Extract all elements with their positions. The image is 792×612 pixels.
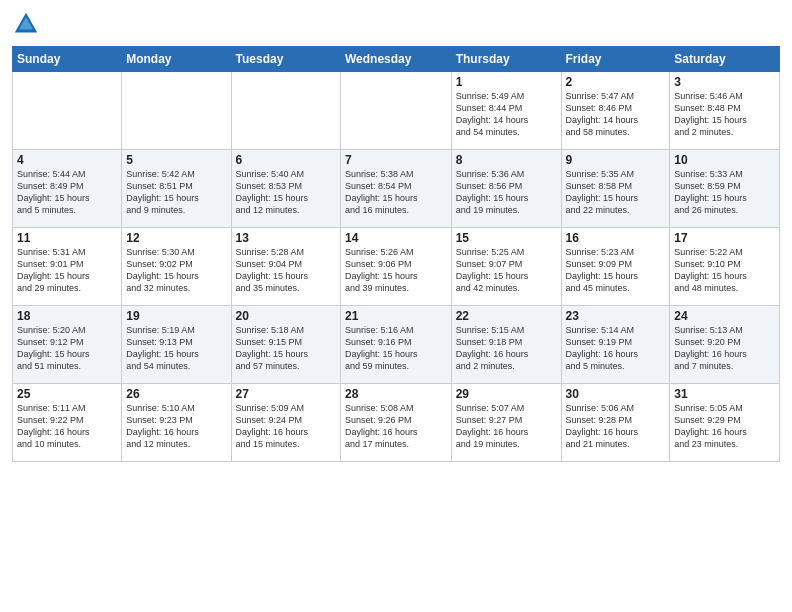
day-info: Sunrise: 5:49 AM Sunset: 8:44 PM Dayligh… [456, 90, 557, 139]
calendar-cell: 9Sunrise: 5:35 AM Sunset: 8:58 PM Daylig… [561, 150, 670, 228]
day-info: Sunrise: 5:08 AM Sunset: 9:26 PM Dayligh… [345, 402, 447, 451]
calendar-cell: 29Sunrise: 5:07 AM Sunset: 9:27 PM Dayli… [451, 384, 561, 462]
logo [12, 10, 44, 38]
day-info: Sunrise: 5:33 AM Sunset: 8:59 PM Dayligh… [674, 168, 775, 217]
day-number: 22 [456, 309, 557, 323]
calendar-week-row: 18Sunrise: 5:20 AM Sunset: 9:12 PM Dayli… [13, 306, 780, 384]
day-number: 23 [566, 309, 666, 323]
calendar-cell: 6Sunrise: 5:40 AM Sunset: 8:53 PM Daylig… [231, 150, 340, 228]
calendar-cell: 11Sunrise: 5:31 AM Sunset: 9:01 PM Dayli… [13, 228, 122, 306]
calendar-cell: 2Sunrise: 5:47 AM Sunset: 8:46 PM Daylig… [561, 72, 670, 150]
day-info: Sunrise: 5:20 AM Sunset: 9:12 PM Dayligh… [17, 324, 117, 373]
calendar-week-row: 25Sunrise: 5:11 AM Sunset: 9:22 PM Dayli… [13, 384, 780, 462]
header [12, 10, 780, 38]
day-info: Sunrise: 5:14 AM Sunset: 9:19 PM Dayligh… [566, 324, 666, 373]
calendar-cell: 13Sunrise: 5:28 AM Sunset: 9:04 PM Dayli… [231, 228, 340, 306]
calendar-cell [13, 72, 122, 150]
day-number: 21 [345, 309, 447, 323]
calendar-cell: 24Sunrise: 5:13 AM Sunset: 9:20 PM Dayli… [670, 306, 780, 384]
day-info: Sunrise: 5:40 AM Sunset: 8:53 PM Dayligh… [236, 168, 336, 217]
calendar-cell [122, 72, 231, 150]
calendar-cell: 27Sunrise: 5:09 AM Sunset: 9:24 PM Dayli… [231, 384, 340, 462]
day-number: 1 [456, 75, 557, 89]
calendar-week-row: 4Sunrise: 5:44 AM Sunset: 8:49 PM Daylig… [13, 150, 780, 228]
day-number: 24 [674, 309, 775, 323]
day-number: 25 [17, 387, 117, 401]
day-number: 6 [236, 153, 336, 167]
day-info: Sunrise: 5:30 AM Sunset: 9:02 PM Dayligh… [126, 246, 226, 295]
calendar-cell: 18Sunrise: 5:20 AM Sunset: 9:12 PM Dayli… [13, 306, 122, 384]
day-info: Sunrise: 5:16 AM Sunset: 9:16 PM Dayligh… [345, 324, 447, 373]
day-info: Sunrise: 5:31 AM Sunset: 9:01 PM Dayligh… [17, 246, 117, 295]
calendar-cell: 12Sunrise: 5:30 AM Sunset: 9:02 PM Dayli… [122, 228, 231, 306]
calendar-cell: 30Sunrise: 5:06 AM Sunset: 9:28 PM Dayli… [561, 384, 670, 462]
day-number: 7 [345, 153, 447, 167]
day-number: 29 [456, 387, 557, 401]
calendar-cell [341, 72, 452, 150]
day-info: Sunrise: 5:25 AM Sunset: 9:07 PM Dayligh… [456, 246, 557, 295]
day-info: Sunrise: 5:23 AM Sunset: 9:09 PM Dayligh… [566, 246, 666, 295]
weekday-header: Thursday [451, 47, 561, 72]
calendar-cell: 31Sunrise: 5:05 AM Sunset: 9:29 PM Dayli… [670, 384, 780, 462]
day-number: 17 [674, 231, 775, 245]
day-info: Sunrise: 5:46 AM Sunset: 8:48 PM Dayligh… [674, 90, 775, 139]
day-info: Sunrise: 5:42 AM Sunset: 8:51 PM Dayligh… [126, 168, 226, 217]
calendar-week-row: 1Sunrise: 5:49 AM Sunset: 8:44 PM Daylig… [13, 72, 780, 150]
weekday-header: Friday [561, 47, 670, 72]
day-number: 19 [126, 309, 226, 323]
calendar-cell: 28Sunrise: 5:08 AM Sunset: 9:26 PM Dayli… [341, 384, 452, 462]
day-info: Sunrise: 5:36 AM Sunset: 8:56 PM Dayligh… [456, 168, 557, 217]
weekday-header: Saturday [670, 47, 780, 72]
day-number: 14 [345, 231, 447, 245]
day-number: 28 [345, 387, 447, 401]
calendar-week-row: 11Sunrise: 5:31 AM Sunset: 9:01 PM Dayli… [13, 228, 780, 306]
day-number: 5 [126, 153, 226, 167]
calendar-cell: 1Sunrise: 5:49 AM Sunset: 8:44 PM Daylig… [451, 72, 561, 150]
day-info: Sunrise: 5:13 AM Sunset: 9:20 PM Dayligh… [674, 324, 775, 373]
day-number: 13 [236, 231, 336, 245]
day-number: 4 [17, 153, 117, 167]
calendar-cell: 16Sunrise: 5:23 AM Sunset: 9:09 PM Dayli… [561, 228, 670, 306]
weekday-header-row: SundayMondayTuesdayWednesdayThursdayFrid… [13, 47, 780, 72]
day-info: Sunrise: 5:15 AM Sunset: 9:18 PM Dayligh… [456, 324, 557, 373]
calendar-cell: 22Sunrise: 5:15 AM Sunset: 9:18 PM Dayli… [451, 306, 561, 384]
day-info: Sunrise: 5:22 AM Sunset: 9:10 PM Dayligh… [674, 246, 775, 295]
calendar-cell: 14Sunrise: 5:26 AM Sunset: 9:06 PM Dayli… [341, 228, 452, 306]
calendar-cell: 26Sunrise: 5:10 AM Sunset: 9:23 PM Dayli… [122, 384, 231, 462]
calendar-cell: 4Sunrise: 5:44 AM Sunset: 8:49 PM Daylig… [13, 150, 122, 228]
day-number: 8 [456, 153, 557, 167]
day-number: 12 [126, 231, 226, 245]
calendar-cell: 8Sunrise: 5:36 AM Sunset: 8:56 PM Daylig… [451, 150, 561, 228]
day-number: 15 [456, 231, 557, 245]
day-number: 10 [674, 153, 775, 167]
day-info: Sunrise: 5:05 AM Sunset: 9:29 PM Dayligh… [674, 402, 775, 451]
logo-icon [12, 10, 40, 38]
day-info: Sunrise: 5:09 AM Sunset: 9:24 PM Dayligh… [236, 402, 336, 451]
calendar-cell: 5Sunrise: 5:42 AM Sunset: 8:51 PM Daylig… [122, 150, 231, 228]
day-info: Sunrise: 5:28 AM Sunset: 9:04 PM Dayligh… [236, 246, 336, 295]
day-info: Sunrise: 5:47 AM Sunset: 8:46 PM Dayligh… [566, 90, 666, 139]
calendar-table: SundayMondayTuesdayWednesdayThursdayFrid… [12, 46, 780, 462]
day-info: Sunrise: 5:19 AM Sunset: 9:13 PM Dayligh… [126, 324, 226, 373]
day-info: Sunrise: 5:11 AM Sunset: 9:22 PM Dayligh… [17, 402, 117, 451]
day-number: 16 [566, 231, 666, 245]
day-number: 30 [566, 387, 666, 401]
day-number: 18 [17, 309, 117, 323]
day-info: Sunrise: 5:26 AM Sunset: 9:06 PM Dayligh… [345, 246, 447, 295]
day-number: 3 [674, 75, 775, 89]
weekday-header: Monday [122, 47, 231, 72]
calendar-cell: 25Sunrise: 5:11 AM Sunset: 9:22 PM Dayli… [13, 384, 122, 462]
day-info: Sunrise: 5:06 AM Sunset: 9:28 PM Dayligh… [566, 402, 666, 451]
calendar-cell: 21Sunrise: 5:16 AM Sunset: 9:16 PM Dayli… [341, 306, 452, 384]
day-number: 2 [566, 75, 666, 89]
calendar-cell [231, 72, 340, 150]
day-number: 27 [236, 387, 336, 401]
calendar-cell: 19Sunrise: 5:19 AM Sunset: 9:13 PM Dayli… [122, 306, 231, 384]
day-info: Sunrise: 5:44 AM Sunset: 8:49 PM Dayligh… [17, 168, 117, 217]
weekday-header: Sunday [13, 47, 122, 72]
calendar-cell: 15Sunrise: 5:25 AM Sunset: 9:07 PM Dayli… [451, 228, 561, 306]
day-number: 20 [236, 309, 336, 323]
calendar-cell: 17Sunrise: 5:22 AM Sunset: 9:10 PM Dayli… [670, 228, 780, 306]
day-number: 26 [126, 387, 226, 401]
calendar-cell: 23Sunrise: 5:14 AM Sunset: 9:19 PM Dayli… [561, 306, 670, 384]
